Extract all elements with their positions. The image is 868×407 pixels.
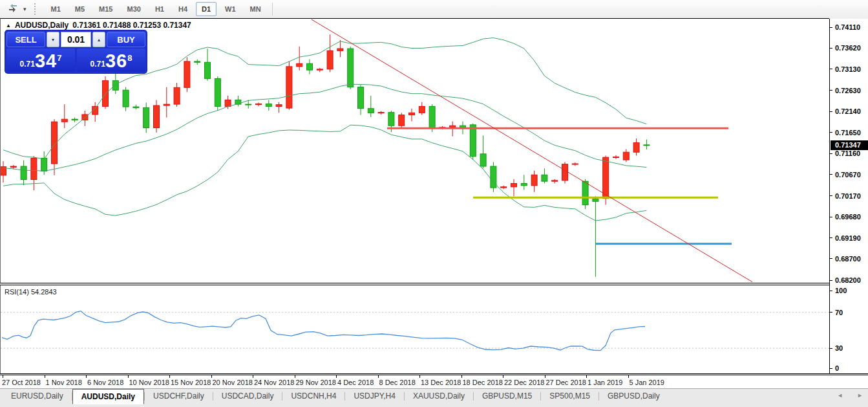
chart-ohlc-values: 0.71361 0.71488 0.71253 0.71347 (72, 21, 191, 30)
date-tick (169, 375, 170, 378)
tab-scroll-right-icon[interactable]: ► (857, 392, 863, 399)
date-tick (586, 375, 587, 378)
tab-sp500-m15[interactable]: SP500,M15 (541, 390, 598, 403)
price-axis-label: 0.72140 (835, 107, 861, 115)
toolbar-drag-handle[interactable] (34, 3, 39, 15)
date-tick (461, 375, 462, 378)
lot-decrease-button[interactable]: ▾ (47, 32, 59, 47)
timeframe-button-m1[interactable]: M1 (45, 2, 67, 16)
price-axis-label: 0.70670 (835, 171, 861, 179)
rsi-scale-label: 70 (835, 309, 843, 316)
candle (82, 111, 88, 126)
timeframe-button-m15[interactable]: M15 (93, 2, 118, 16)
candle (572, 162, 578, 166)
price-axis-label: 0.73130 (835, 65, 861, 73)
date-tick (3, 375, 3, 378)
date-tick (295, 375, 295, 378)
timeframe-button-m30[interactable]: M30 (122, 2, 147, 16)
price-axis-label: 0.71650 (835, 129, 861, 137)
price-tick (830, 217, 832, 217)
lot-increase-button[interactable]: ▴ (92, 32, 105, 47)
timeframe-button-m5[interactable]: M5 (69, 2, 90, 16)
price-axis[interactable]: 0.741100.736200.731300.726300.721400.716… (829, 19, 868, 373)
one-click-collapse-icon[interactable]: ▲ (6, 23, 11, 28)
timeframe-button-w1[interactable]: W1 (219, 2, 242, 16)
rsi-scale-tick (830, 312, 832, 313)
rsi-scale-label: 0 (835, 364, 839, 372)
date-label: 4 Dec 2018 (337, 379, 374, 386)
price-tick (830, 258, 832, 259)
timeframe-button-mn[interactable]: MN (244, 2, 267, 16)
sell-button[interactable]: SELL (6, 32, 45, 47)
tab-gbpusd-m15[interactable]: GBPUSD,M15 (474, 390, 540, 403)
price-tick (830, 195, 832, 196)
candle (215, 76, 220, 111)
sell-price-display[interactable]: 0.71 34 7 (6, 49, 75, 72)
tab-usdjpy-h4[interactable]: USDJPY,H4 (345, 390, 403, 403)
tab-audusd-daily[interactable]: AUDUSD,Daily (72, 389, 144, 404)
chart-title: ▲ AUDUSD,Daily 0.71361 0.71488 0.71253 0… (6, 21, 191, 30)
tab-usdcnh-h4[interactable]: USDCNH,H4 (282, 390, 344, 403)
candle (92, 102, 98, 122)
candle (276, 102, 282, 113)
lot-size-input[interactable] (61, 32, 91, 47)
current-price-tag: 0.71347 (831, 140, 868, 150)
rsi-line (2, 311, 645, 351)
candle (531, 171, 537, 192)
tab-eurusd-daily[interactable]: EURUSD,Daily (3, 390, 72, 403)
candle (358, 85, 364, 115)
candle (542, 168, 547, 183)
price-tick (830, 27, 832, 28)
date-label: 5 Jan 2019 (630, 379, 664, 386)
tab-usdchf-daily[interactable]: USDCHF,Daily (145, 390, 213, 403)
candle (327, 34, 333, 72)
buy-price-display[interactable]: 0.71 36 8 (77, 49, 145, 72)
candle (184, 57, 190, 92)
candle (266, 100, 271, 111)
buy-button[interactable]: BUY (107, 32, 145, 47)
price-tick (830, 280, 832, 281)
candle (633, 138, 639, 155)
date-label: 8 Dec 2018 (379, 379, 416, 386)
chart-tab-bar: EURUSD,DailyAUDUSD,DailyUSDCHF,DailyUSDC… (0, 388, 868, 407)
trendline-object[interactable] (312, 19, 752, 282)
buy-price-big-digits: 36 (105, 52, 127, 71)
price-axis-label: 0.73620 (835, 44, 861, 52)
date-tick (253, 375, 253, 378)
candle (399, 113, 405, 127)
sell-price-big-digits: 34 (35, 52, 57, 71)
candle (1, 161, 6, 182)
arrange-charts-icon[interactable] (5, 2, 21, 16)
tab-scroll-left-icon[interactable]: ◄ (837, 392, 843, 399)
price-axis-label: 0.74110 (835, 23, 860, 31)
timeframe-button-h4[interactable]: H4 (173, 2, 193, 16)
timeframe-button-d1[interactable]: D1 (196, 2, 217, 16)
candle (195, 60, 200, 65)
date-tick (545, 375, 545, 378)
chevron-down-icon[interactable]: ▾ (21, 2, 29, 16)
candle (174, 83, 180, 107)
date-label: 27 Oct 2018 (2, 379, 41, 386)
date-label: 15 Nov 2018 (171, 379, 211, 386)
date-label: 6 Nov 2018 (87, 379, 123, 386)
candle (348, 47, 354, 89)
candle (644, 139, 650, 149)
tab-gbpusd-daily[interactable]: GBPUSD,Daily (599, 390, 668, 403)
candle (521, 175, 527, 190)
toolbar-separator (272, 3, 273, 16)
date-label: 24 Nov 2018 (254, 379, 294, 386)
candle (593, 196, 598, 276)
date-tick (86, 375, 87, 378)
tab-usdcad-daily[interactable]: USDCAD,Daily (213, 390, 282, 403)
date-label: 10 Nov 2018 (129, 379, 169, 386)
price-tick (830, 237, 832, 238)
date-axis[interactable]: 27 Oct 20181 Nov 20186 Nov 201810 Nov 20… (0, 375, 868, 388)
price-tick (830, 111, 832, 112)
rsi-subwindow[interactable] (0, 285, 829, 373)
tab-xauusd-daily[interactable]: XAUUSD,Daily (405, 390, 473, 403)
toolbar: ▾ M1M5M15M30H1H4D1W1MN (0, 0, 868, 18)
date-tick (628, 375, 629, 378)
date-label: 22 Dec 2018 (504, 379, 544, 386)
timeframe-button-h1[interactable]: H1 (149, 2, 170, 16)
candle (491, 162, 496, 192)
